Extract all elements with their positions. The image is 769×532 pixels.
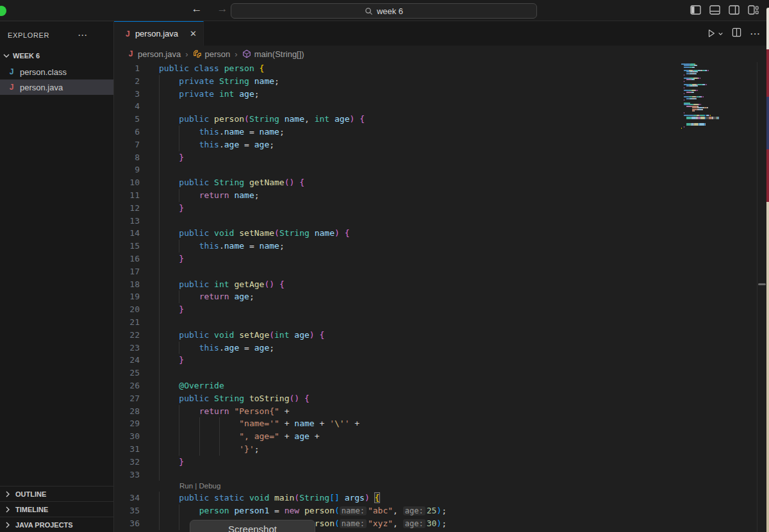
indent-guide [159,100,160,113]
folder-section-week6[interactable]: WEEK 6 [0,49,113,63]
toggle-primary-sidebar-icon[interactable] [690,5,701,15]
file-item-person-java[interactable]: Jperson.java [0,79,113,95]
indent-guide [159,405,160,418]
tab-person-java[interactable]: J person.java ✕ [114,21,204,46]
code-line[interactable]: 2 private String name; [114,75,766,88]
breadcrumb-item-file[interactable]: J person.java [127,49,181,59]
split-editor-icon[interactable] [732,28,741,40]
code-line[interactable]: 8 } [114,151,766,164]
code-line[interactable]: 22 public void setAge(int age) { [114,329,766,342]
run-dropdown-chevron-icon [718,31,724,37]
explorer-more-actions-icon[interactable]: ⋯ [78,29,88,41]
indent-guide [179,443,179,456]
code-line[interactable]: 31 '}'; [114,443,766,456]
code-line[interactable]: 1public class person { [114,62,766,75]
customize-layout-icon[interactable] [748,5,759,15]
code-line[interactable]: 29 "name='" + name + '\'' + [114,417,766,430]
line-text: public String getName() { [159,176,304,189]
code-line[interactable]: 18 public int getAge() { [114,278,766,291]
code-line[interactable]: 7 this.age = age; [114,138,766,151]
run-java-icon[interactable] [707,29,724,38]
codelens-run-debug[interactable]: Run | Debug [114,481,766,492]
code-line[interactable]: 25 [114,367,766,379]
indent-guide [159,278,160,291]
line-text: } [159,253,184,265]
code-line[interactable]: 15 this.name = name; [114,240,766,253]
indent-guide [179,126,179,138]
code-line[interactable]: 6 this.name = name; [114,126,766,138]
line-number: 13 [114,215,140,228]
inlay-hint: name: [340,506,367,515]
line-number: 20 [114,303,140,316]
code-line[interactable]: 26 @Override [114,379,766,392]
file-item-person-class[interactable]: Jperson.class [0,64,113,79]
code-line[interactable]: 4 [114,100,766,113]
line-number: 15 [114,240,140,253]
indent-guide [159,126,160,138]
indent-guide [199,417,200,430]
java-file-icon: J [126,29,130,38]
nav-back-icon[interactable]: ← [190,3,204,15]
code-line[interactable]: 11 return name; [114,189,766,202]
indent-guide [159,215,160,228]
breadcrumb-item-method[interactable]: main(String[]) [242,49,304,59]
code-line[interactable]: 27 public String toString() { [114,392,766,405]
line-text: } [159,303,184,316]
code-line[interactable]: 21 [114,316,766,329]
command-center-search[interactable]: week 6 [231,3,537,19]
code-line[interactable]: 14 public void setName(String name) { [114,227,766,240]
code-line[interactable]: 19 return age; [114,290,766,303]
chevron-right-icon [3,489,13,499]
chevron-down-icon [1,51,12,61]
code-line[interactable]: 17 [114,265,766,278]
line-number: 8 [114,151,140,164]
sidebar-section-outline[interactable]: OUTLINE [0,486,113,501]
indent-guide [179,517,179,530]
indent-guide [159,469,160,481]
code-line[interactable]: 12 } [114,202,766,215]
scrollbar-thumb[interactable] [758,283,766,285]
indent-guide [179,417,179,430]
code-editor[interactable]: 1public class person {2 private String n… [114,62,766,532]
line-text: } [159,202,184,215]
code-line[interactable]: 28 return "Person{" + [114,405,766,418]
indent-guide [179,189,179,202]
line-text: return age; [159,290,254,303]
sidebar-section-timeline[interactable]: TIMELINE [0,501,113,517]
folder-section-label: WEEK 6 [13,52,40,60]
code-line[interactable]: 32 } [114,456,766,469]
screenshot-button[interactable]: Screenshot [190,520,315,532]
line-number: 35 [114,504,140,517]
breadcrumb-item-class[interactable]: person [193,49,231,59]
editor-more-actions-icon[interactable]: ⋯ [750,28,760,40]
line-number: 26 [114,379,140,392]
code-line[interactable]: 23 this.age = age; [114,342,766,354]
code-lines: 1public class person {2 private String n… [114,62,766,532]
code-line[interactable]: 3 private int age; [114,88,766,101]
code-line[interactable]: 5 public person(String name, int age) { [114,113,766,126]
code-line[interactable]: 35 person person1 = new person(name:"abc… [114,504,766,517]
code-line[interactable]: 20 } [114,303,766,316]
line-text: this.name = name; [159,240,285,253]
toggle-panel-icon[interactable] [709,5,720,15]
indent-guide [159,329,160,342]
code-line[interactable]: 13 [114,215,766,228]
code-line[interactable]: 9 [114,163,766,176]
window-control-green[interactable] [0,6,6,16]
chevron-right-icon [3,504,13,515]
indent-guide [159,202,160,215]
sidebar-section-java-projects[interactable]: JAVA PROJECTS [0,517,113,532]
toggle-secondary-sidebar-icon[interactable] [729,5,740,15]
code-line[interactable]: 34 public static void main(String[] args… [114,492,766,504]
indent-guide [179,290,179,303]
code-line[interactable]: 24 } [114,354,766,367]
minimap[interactable] [681,63,731,129]
code-line[interactable]: 33 [114,469,766,481]
tab-close-icon[interactable]: ✕ [190,29,197,38]
code-line[interactable]: 10 public String getName() { [114,176,766,189]
code-line[interactable]: 16 } [114,253,766,265]
line-number: 29 [114,417,140,430]
code-line[interactable]: 30 ", age=" + age + [114,430,766,443]
nav-forward-icon[interactable]: → [215,3,229,15]
inlay-hint: age: [403,519,426,528]
